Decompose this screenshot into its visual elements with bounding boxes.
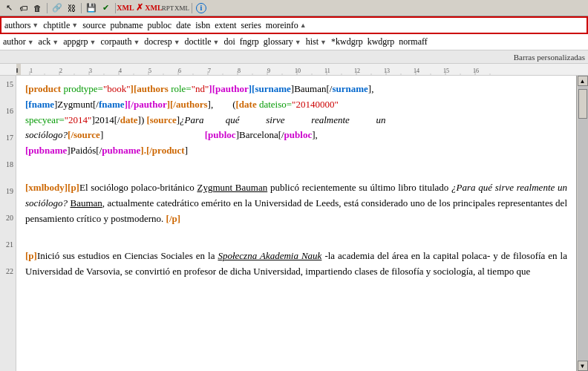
- tag-icon[interactable]: 🏷: [17, 2, 29, 14]
- text-fname-content: ]Zygmunt[/: [54, 99, 99, 110]
- tag-pauthor-close: ][/pauthor: [125, 99, 167, 110]
- tag2-corpauth[interactable]: corpauth ▼: [100, 36, 140, 47]
- text-date-content: ]2014[/: [91, 114, 120, 125]
- tag-date[interactable]: date: [176, 20, 191, 31]
- tag-source-label: source: [82, 20, 105, 31]
- tag2-fngrp-label: fngrp: [240, 36, 259, 47]
- x-red-icon[interactable]: ✗: [134, 2, 146, 14]
- tag2-author-label: author: [3, 36, 26, 47]
- line-num-22: 22: [0, 264, 16, 278]
- svg-text:13: 13: [384, 68, 390, 74]
- tag-authors-arrow[interactable]: ▼: [32, 22, 39, 29]
- tag-pubname[interactable]: pubname: [111, 20, 143, 31]
- toolbar-separator: [47, 3, 48, 13]
- tag2-doctitle-arrow[interactable]: ▼: [213, 39, 220, 46]
- tag2-doi-label: doi: [223, 36, 235, 47]
- link-icon[interactable]: 🔗: [51, 2, 63, 14]
- rpt-icon[interactable]: RPT: [162, 2, 174, 14]
- tag2-glossary[interactable]: glossary ▼: [264, 36, 301, 47]
- check-icon[interactable]: ✔: [99, 2, 111, 14]
- tag-pauthor-open: pauthor: [215, 83, 249, 94]
- attr-dateiso: dateiso=: [259, 99, 292, 110]
- tag2-normaff[interactable]: normaff: [399, 36, 427, 47]
- val-specyear: "2014": [65, 114, 92, 125]
- xml-block-para1: [xmlbody][p]El sociólogo polaco-británic…: [25, 180, 567, 226]
- tag2-corpauth-arrow[interactable]: ▼: [133, 39, 140, 46]
- tag-series-label: series: [241, 20, 261, 31]
- tag2-ack-arrow[interactable]: ▼: [52, 39, 59, 46]
- cursor-icon[interactable]: ↖: [3, 2, 15, 14]
- xml2-icon[interactable]: XML: [148, 2, 160, 14]
- tag2-glossary-arrow[interactable]: ▼: [295, 39, 301, 46]
- xml-icon[interactable]: XML: [120, 2, 131, 14]
- line-num-blank6: [0, 224, 16, 237]
- link2-icon[interactable]: ⛓: [65, 2, 77, 14]
- scroll-up-button[interactable]: ▲: [578, 76, 588, 86]
- tag-chptitle-label: chptitle: [43, 20, 70, 31]
- tag-date-open: [date: [236, 99, 259, 110]
- tag-surname-open: surname: [255, 83, 290, 94]
- tag-isbn[interactable]: isbn: [195, 20, 210, 31]
- tag2-author-arrow[interactable]: ▼: [27, 39, 34, 46]
- xml3-icon[interactable]: XML: [176, 2, 188, 14]
- tag2-ack[interactable]: ack ▼: [39, 36, 59, 47]
- tag-p-open1: [p]: [68, 182, 79, 193]
- line-numbers: 15 16 17 18 19 20 21 22: [0, 76, 16, 371]
- save-icon[interactable]: 💾: [85, 2, 97, 14]
- tag-chptitle-arrow[interactable]: ▼: [71, 22, 78, 29]
- tag-fname-end: fname: [99, 99, 125, 110]
- toolbar-separator2: [81, 3, 82, 13]
- tag-series[interactable]: series: [241, 20, 261, 31]
- toolbar-separator4: [192, 3, 192, 13]
- info-icon[interactable]: i: [196, 3, 206, 13]
- tag2-appgrp[interactable]: appgrp ▼: [63, 36, 96, 47]
- line-num-blank5: [0, 197, 16, 211]
- svg-text:6: 6: [178, 68, 181, 74]
- tag2-author[interactable]: author ▼: [3, 36, 34, 47]
- scrollbar[interactable]: ▲ ▼: [576, 76, 588, 371]
- tag-moreinfo[interactable]: moreinfo ▲: [266, 20, 307, 31]
- barras-label: Barras personalizadas: [514, 53, 585, 62]
- attr-prodtype: prodtype=: [63, 83, 103, 94]
- text-para1-mid: publicó recientemente su último libro ti…: [267, 182, 451, 193]
- tag2-doctitle[interactable]: doctitle ▼: [185, 36, 220, 47]
- tag-publoc-open: [publoc: [205, 129, 236, 140]
- tag-bracket1: ][: [131, 83, 137, 94]
- line-num-blank7: [0, 251, 16, 264]
- text-comma2: ],: [312, 129, 318, 140]
- tag-p-open2: [p]: [25, 250, 37, 261]
- tag-publoc[interactable]: publoc: [148, 20, 172, 31]
- tag-authors[interactable]: authors ▼: [4, 20, 39, 31]
- tag-extent[interactable]: extent: [215, 20, 236, 31]
- tag2-fngrp[interactable]: fngrp: [240, 36, 259, 47]
- tag-date-end: date: [120, 114, 138, 125]
- scroll-down-button[interactable]: ▼: [578, 361, 588, 371]
- tag2-hist[interactable]: hist ▼: [306, 36, 327, 47]
- line-num-17: 17: [0, 131, 16, 144]
- line-num-16: 16: [0, 104, 16, 117]
- content-area[interactable]: [product prodtype="book"][authors role="…: [16, 76, 576, 371]
- tag-moreinfo-arrow[interactable]: ▲: [300, 22, 307, 29]
- tag2-kwdgrp[interactable]: kwdgrp: [368, 36, 395, 47]
- tag-bracket2: ][: [209, 83, 215, 94]
- tag2-kwdgrp-star[interactable]: *kwdgrp: [331, 36, 363, 47]
- tag2-docresp-arrow[interactable]: ▼: [174, 39, 180, 46]
- tag2-doi[interactable]: doi: [223, 36, 235, 47]
- tag-product-open: [product: [25, 83, 63, 94]
- text-comma1: ],: [368, 83, 374, 94]
- tag-chptitle[interactable]: chptitle ▼: [43, 20, 78, 31]
- delete-icon[interactable]: 🗑: [31, 2, 43, 14]
- tag-source[interactable]: source: [82, 20, 105, 31]
- text-surname-close: ]Bauman[/: [291, 83, 333, 94]
- tags-bar-2: author ▼ ack ▼ appgrp ▼ corpauth ▼ docre…: [0, 34, 588, 50]
- text-bauman2: Bauman: [70, 197, 102, 209]
- scroll-thumb[interactable]: [578, 89, 587, 119]
- tag2-docresp[interactable]: docresp ▼: [144, 36, 180, 47]
- scroll-track[interactable]: [578, 86, 588, 361]
- tag2-appgrp-arrow[interactable]: ▼: [89, 39, 96, 46]
- tag2-glossary-label: glossary: [264, 36, 293, 47]
- tag-authors-close: ][/authors: [167, 99, 208, 110]
- tag2-hist-arrow[interactable]: ▼: [320, 39, 327, 46]
- text-product-bracket: ]: [185, 145, 188, 156]
- tag2-docresp-label: docresp: [144, 36, 172, 47]
